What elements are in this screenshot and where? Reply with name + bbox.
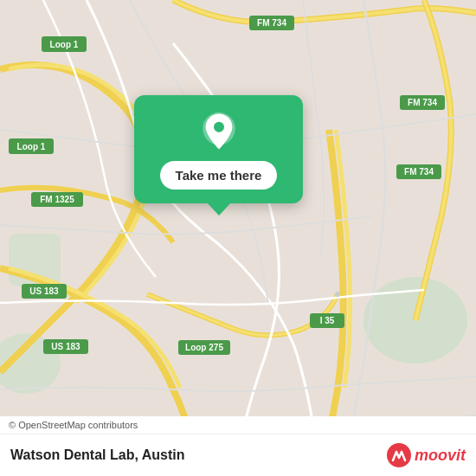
map-background: Loop 1 Loop 1 FM 734 FM 734 FM 734 FM 13… (0, 0, 476, 476)
bottom-bar: © OpenStreetMap contributors Watson Dent… (0, 416, 476, 476)
map-container: Loop 1 Loop 1 FM 734 FM 734 FM 734 FM 13… (0, 0, 476, 476)
svg-point-30 (214, 122, 224, 132)
osm-attribution: © OpenStreetMap contributors (0, 416, 476, 434)
svg-text:FM 734: FM 734 (404, 167, 434, 177)
svg-point-6 (335, 292, 340, 297)
svg-text:Loop 1: Loop 1 (50, 40, 79, 49)
take-me-there-button[interactable]: Take me there (160, 161, 278, 190)
svg-text:FM 734: FM 734 (257, 18, 286, 28)
place-name: Watson Dental Lab, Austin (10, 447, 184, 463)
svg-text:FM 734: FM 734 (408, 98, 437, 107)
moovit-icon (387, 443, 411, 467)
svg-text:I 35: I 35 (320, 316, 335, 325)
popup-card: Take me there (134, 95, 303, 203)
svg-text:US 183: US 183 (51, 342, 80, 351)
svg-text:Loop 275: Loop 275 (185, 343, 223, 352)
place-name-bar: Watson Dental Lab, Austin moovit (0, 434, 476, 476)
svg-text:Loop 1: Loop 1 (17, 142, 46, 151)
location-pin-icon (198, 111, 240, 152)
svg-text:US 183: US 183 (29, 286, 59, 296)
moovit-logo: moovit (387, 443, 466, 467)
svg-text:FM 1325: FM 1325 (40, 195, 74, 204)
moovit-text: moovit (415, 447, 466, 465)
